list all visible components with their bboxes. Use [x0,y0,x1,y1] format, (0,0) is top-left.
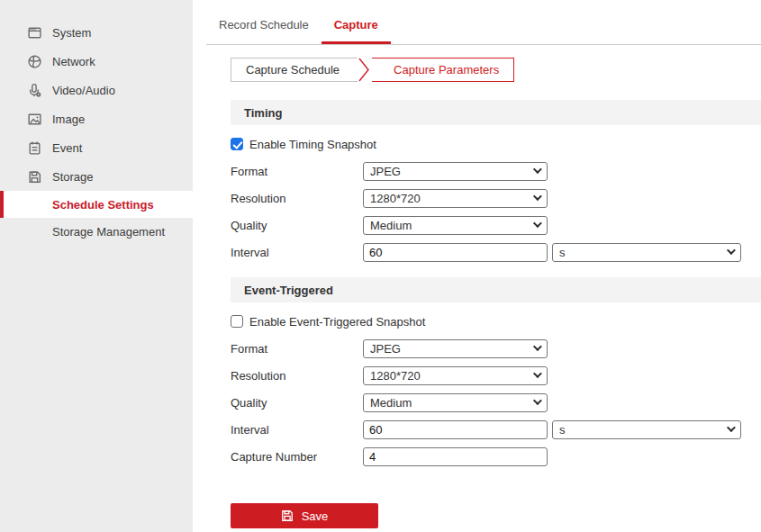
sidebar-item-system[interactable]: System [0,18,193,47]
enable-timing-snapshot-label: Enable Timing Snapshot [249,138,376,151]
timing-section-header: Timing [231,100,761,125]
timing-format-select[interactable]: JPEG [363,162,548,181]
subtab-capture-schedule[interactable]: Capture Schedule [231,58,358,82]
sidebar-item-image[interactable]: Image [0,104,193,133]
sidebar-subitem-label: Storage Management [52,225,165,239]
sidebar-item-event[interactable]: Event [0,133,193,162]
sidebar-item-label: Network [52,55,95,68]
sidebar-item-storage[interactable]: Storage [0,162,193,191]
enable-timing-snapshot-row: Enable Timing Snapshot [231,137,761,151]
timing-interval-row: Interval s [231,243,761,262]
field-label: Capture Number [231,450,363,464]
subtab-capture-parameters[interactable]: Capture Parameters [372,58,514,82]
chevron-down-icon [533,396,542,405]
tab-bar: Record Schedule Capture [206,0,761,45]
timing-resolution-row: Resolution 1280*720 [231,189,761,208]
enable-event-triggered-snapshot-row: Enable Event-Triggered Snapshot [231,314,761,329]
tab-record-schedule[interactable]: Record Schedule [206,8,322,44]
timing-format-row: Format JPEG [231,162,761,181]
field-label: Quality [231,396,363,410]
sidebar-item-network[interactable]: Network [0,47,193,76]
event-triggered-section-header: Event-Triggered [231,277,761,302]
timing-quality-row: Quality Medium [231,216,761,235]
event-interval-unit-select[interactable]: s [552,420,741,439]
field-label: Interval [231,246,363,259]
event-format-row: Format JPEG [231,339,761,358]
event-interval-input[interactable] [363,420,548,439]
sidebar-item-video-audio[interactable]: Video/Audio [0,76,193,104]
timing-resolution-select[interactable]: 1280*720 [363,189,548,208]
chevron-right-icon [358,58,372,82]
storage-icon [27,169,42,185]
sidebar-subitem-label: Schedule Settings [52,198,154,212]
timing-interval-unit-select[interactable]: s [552,243,741,262]
chevron-down-icon [533,165,542,174]
save-icon [281,509,294,522]
event-quality-row: Quality Medium [231,393,761,412]
chevron-down-icon [533,219,542,228]
chevron-down-icon [533,342,542,351]
image-icon [27,112,42,127]
tab-capture[interactable]: Capture [322,8,391,44]
subtab-bar: Capture Schedule Capture Parameters [231,58,514,82]
event-quality-select[interactable]: Medium [363,393,548,412]
chevron-down-icon [727,246,736,255]
timing-quality-select[interactable]: Medium [363,216,548,235]
field-label: Resolution [231,369,363,383]
sidebar-item-label: Event [52,141,82,155]
chevron-down-icon [533,369,542,378]
event-resolution-row: Resolution 1280*720 [231,366,761,385]
network-icon [27,54,42,69]
app-window: System Network [0,0,761,532]
field-label: Quality [231,219,363,232]
event-icon [27,140,42,156]
event-capture-number-row: Capture Number [231,447,761,466]
capture-number-input[interactable] [363,447,548,466]
capture-panel: Capture Schedule Capture Parameters Timi… [193,45,761,528]
enable-timing-snapshot-checkbox[interactable] [231,138,243,150]
system-icon [27,25,42,41]
field-label: Interval [231,423,363,437]
chevron-down-icon [533,192,542,201]
sidebar-item-label: System [52,26,91,40]
sidebar-item-schedule-settings[interactable]: Schedule Settings [0,191,193,218]
save-button[interactable]: Save [231,503,378,528]
field-label: Format [231,342,363,356]
event-interval-row: Interval s [231,420,761,439]
video-audio-icon [27,83,42,98]
sidebar-item-label: Storage [52,170,94,184]
save-button-label: Save [302,509,329,523]
sidebar: System Network [0,0,193,532]
sidebar-item-storage-management[interactable]: Storage Management [0,218,193,245]
field-label: Resolution [231,192,363,205]
timing-interval-input[interactable] [363,243,548,262]
content-area: Record Schedule Capture Capture Schedule… [193,0,761,532]
event-format-select[interactable]: JPEG [363,339,548,358]
enable-event-triggered-snapshot-label: Enable Event-Triggered Snapshot [249,315,425,329]
event-resolution-select[interactable]: 1280*720 [363,366,548,385]
field-label: Format [231,165,363,178]
sidebar-item-label: Image [52,113,85,126]
chevron-down-icon [727,423,736,432]
sidebar-item-label: Video/Audio [52,84,115,97]
enable-event-triggered-snapshot-checkbox[interactable] [231,315,243,328]
